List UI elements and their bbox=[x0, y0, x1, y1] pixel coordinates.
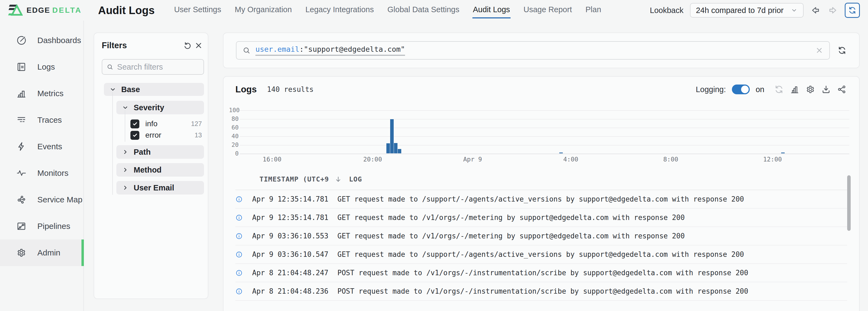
logs-title: Logs bbox=[236, 84, 257, 94]
filter-search bbox=[102, 59, 204, 75]
auto-refresh-icon[interactable] bbox=[774, 85, 784, 94]
metrics-icon bbox=[16, 88, 27, 98]
gridline bbox=[240, 119, 849, 119]
chart-view-icon[interactable] bbox=[790, 85, 800, 94]
filter-group-collapsed[interactable]: Path bbox=[116, 145, 204, 159]
checkbox-checked-icon[interactable] bbox=[130, 131, 140, 140]
top-nav-item[interactable]: Plan bbox=[585, 2, 602, 19]
collapsed-filter-groups: Path Method User Email bbox=[102, 145, 204, 195]
filter-group-severity[interactable]: Severity bbox=[116, 101, 204, 114]
table-row[interactable]: Apr 8 21:04:48.247 POST request made to … bbox=[236, 264, 847, 282]
filter-search-input[interactable] bbox=[117, 63, 199, 72]
history-back-button[interactable] bbox=[810, 5, 821, 16]
x-tick-label: 16:00 bbox=[263, 156, 281, 163]
top-nav-item[interactable]: Usage Report bbox=[523, 2, 572, 19]
top-nav-item[interactable]: Legacy Integrations bbox=[305, 2, 374, 19]
table-header: TIMESTAMP (UTC+9 LOG bbox=[236, 169, 847, 190]
row-timestamp: Apr 9 03:36:10.547 bbox=[252, 250, 337, 258]
x-tick-label: 8:00 bbox=[663, 156, 678, 163]
sidebar-item[interactable]: Metrics bbox=[0, 80, 83, 107]
filter-option[interactable]: info 127 bbox=[130, 118, 204, 130]
chart-bar[interactable] bbox=[386, 143, 390, 153]
logs-toolbar: Logging: on bbox=[695, 85, 847, 94]
chart-bar[interactable] bbox=[390, 119, 394, 153]
top-nav-item[interactable]: My Organization bbox=[234, 2, 292, 19]
search-query: user.email:"support@edgedelta.com" bbox=[255, 45, 405, 56]
chart-bar[interactable] bbox=[394, 143, 398, 153]
edge-delta-logo[interactable]: EDGEDELTA bbox=[8, 4, 82, 17]
reset-filters-button[interactable] bbox=[182, 40, 193, 51]
chevron-right-icon bbox=[122, 148, 129, 156]
filter-group-base[interactable]: Base bbox=[104, 83, 204, 96]
sidebar-item[interactable]: Traces bbox=[0, 107, 83, 133]
log-table: TIMESTAMP (UTC+9 LOG Apr 9 12:35:14.781 … bbox=[236, 169, 847, 301]
column-log[interactable]: LOG bbox=[349, 175, 362, 183]
share-icon[interactable] bbox=[837, 85, 847, 94]
history-forward-button[interactable] bbox=[828, 5, 838, 16]
filter-option[interactable]: error 13 bbox=[130, 130, 204, 141]
download-icon[interactable] bbox=[821, 85, 831, 94]
info-icon[interactable] bbox=[236, 214, 243, 221]
close-filters-button[interactable] bbox=[193, 40, 204, 51]
run-search-refresh-icon[interactable] bbox=[837, 46, 847, 55]
info-icon[interactable] bbox=[236, 251, 243, 258]
table-row[interactable]: Apr 9 12:35:14.781 GET request made to /… bbox=[236, 190, 847, 208]
table-row[interactable]: Apr 8 21:04:48.236 POST request made to … bbox=[236, 282, 847, 301]
row-timestamp: Apr 9 12:35:14.781 bbox=[252, 195, 337, 203]
refresh-button[interactable] bbox=[845, 3, 860, 18]
sidebar-item[interactable]: Logs bbox=[0, 54, 83, 80]
search-icon bbox=[242, 46, 251, 54]
lookback-label: Lookback bbox=[650, 6, 683, 15]
lookback-select[interactable]: 24h compared to 7d prior bbox=[690, 3, 804, 18]
table-row[interactable]: Apr 9 03:36:10.547 GET request made to /… bbox=[236, 246, 847, 264]
logs-header: Logs 140 results Logging: on bbox=[223, 77, 859, 94]
chart-bar[interactable] bbox=[781, 152, 785, 153]
info-icon[interactable] bbox=[236, 288, 243, 295]
log-search-input[interactable]: user.email:"support@edgedelta.com" bbox=[236, 41, 830, 60]
info-icon[interactable] bbox=[236, 232, 243, 240]
sidebar: Dashboards Logs Metrics Traces Events Mo… bbox=[0, 21, 84, 311]
filter-group-collapsed[interactable]: User Email bbox=[116, 181, 204, 195]
refresh-icon bbox=[848, 6, 857, 15]
y-tick-label: 80 bbox=[229, 115, 239, 122]
settings-gear-icon[interactable] bbox=[806, 85, 815, 94]
sidebar-item[interactable]: Service Map bbox=[0, 187, 83, 213]
table-row[interactable]: Apr 9 03:36:10.553 GET request made to /… bbox=[236, 227, 847, 246]
filters-title: Filters bbox=[102, 40, 127, 50]
info-icon[interactable] bbox=[236, 269, 243, 277]
filters-panel: Filters Base Severity info 127 bbox=[94, 32, 208, 299]
sidebar-item[interactable]: Monitors bbox=[0, 160, 83, 187]
search-icon bbox=[106, 63, 113, 71]
sidebar-item[interactable]: Dashboards bbox=[0, 27, 83, 54]
row-timestamp: Apr 9 12:35:14.781 bbox=[252, 214, 337, 222]
filter-group-label: Base bbox=[121, 85, 140, 94]
top-nav-item[interactable]: User Settings bbox=[174, 2, 222, 19]
column-timestamp[interactable]: TIMESTAMP (UTC+9 bbox=[259, 175, 329, 183]
chart-bar[interactable] bbox=[398, 149, 401, 153]
table-row[interactable]: Apr 9 12:35:14.781 GET request made to /… bbox=[236, 208, 847, 227]
filter-group-label: Path bbox=[134, 148, 151, 157]
edge-delta-logo-icon bbox=[8, 4, 23, 17]
sidebar-item[interactable]: Events bbox=[0, 133, 83, 160]
sidebar-item-label: Metrics bbox=[37, 89, 64, 98]
x-tick-label: 4:00 bbox=[563, 156, 578, 163]
info-icon[interactable] bbox=[236, 196, 243, 203]
close-icon bbox=[194, 41, 203, 50]
sort-desc-icon[interactable] bbox=[334, 175, 342, 183]
checkbox-checked-icon[interactable] bbox=[130, 119, 140, 129]
logging-toggle[interactable] bbox=[732, 85, 750, 94]
filter-group-collapsed[interactable]: Method bbox=[116, 163, 204, 177]
filter-group-label: Severity bbox=[134, 103, 164, 112]
filter-group-label: User Email bbox=[134, 183, 174, 192]
chart-bar[interactable] bbox=[559, 152, 563, 153]
x-tick-label: 20:00 bbox=[363, 156, 382, 163]
clear-search-icon[interactable] bbox=[815, 46, 824, 54]
top-nav-item[interactable]: Audit Logs bbox=[472, 2, 510, 19]
top-nav-item[interactable]: Global Data Settings bbox=[387, 2, 460, 19]
top-nav: User Settings My Organization Legacy Int… bbox=[174, 0, 601, 21]
sidebar-item[interactable]: Admin bbox=[0, 239, 83, 266]
sidebar-item[interactable]: Pipelines bbox=[0, 213, 83, 239]
results-histogram: 10080604020016:0020:00Apr 94:008:0012:00 bbox=[229, 109, 849, 163]
table-scrollbar[interactable] bbox=[847, 175, 851, 231]
arrow-right-outline-icon bbox=[828, 5, 838, 16]
